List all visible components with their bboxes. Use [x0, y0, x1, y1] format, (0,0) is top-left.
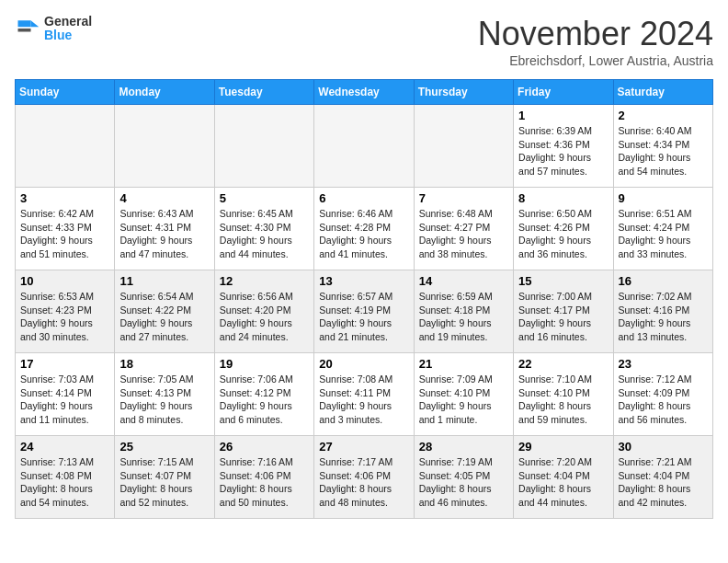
calendar-cell: 23Sunrise: 7:12 AMSunset: 4:09 PMDayligh…	[613, 353, 712, 436]
day-info: Sunrise: 6:56 AMSunset: 4:20 PMDaylight:…	[220, 290, 309, 344]
day-info: Sunrise: 7:20 AMSunset: 4:04 PMDaylight:…	[518, 455, 608, 510]
calendar-cell: 28Sunrise: 7:19 AMSunset: 4:05 PMDayligh…	[414, 436, 513, 519]
day-info: Sunrise: 6:45 AMSunset: 4:30 PMDaylight:…	[220, 207, 309, 261]
day-number: 30	[619, 440, 708, 454]
calendar-cell: 5Sunrise: 6:45 AMSunset: 4:30 PMDaylight…	[214, 188, 313, 270]
weekday-header: Saturday	[613, 80, 712, 105]
day-number: 21	[419, 357, 508, 371]
calendar-cell	[414, 105, 513, 188]
weekday-header: Wednesday	[314, 80, 414, 105]
day-number: 10	[20, 274, 109, 288]
day-number: 14	[419, 274, 508, 288]
calendar-cell: 24Sunrise: 7:13 AMSunset: 4:08 PMDayligh…	[16, 436, 115, 519]
calendar-cell: 3Sunrise: 6:42 AMSunset: 4:33 PMDaylight…	[16, 188, 115, 270]
calendar-cell: 26Sunrise: 7:16 AMSunset: 4:06 PMDayligh…	[214, 436, 313, 519]
calendar-cell: 12Sunrise: 6:56 AMSunset: 4:20 PMDayligh…	[214, 270, 313, 353]
title-block: November 2024 Ebreichsdorf, Lower Austri…	[478, 15, 713, 68]
day-number: 27	[319, 440, 408, 454]
week-row: 3Sunrise: 6:42 AMSunset: 4:33 PMDaylight…	[16, 188, 713, 270]
month-title: November 2024	[478, 15, 713, 53]
week-row: 1Sunrise: 6:39 AMSunset: 4:36 PMDaylight…	[16, 105, 713, 188]
day-info: Sunrise: 7:05 AMSunset: 4:13 PMDaylight:…	[119, 373, 209, 427]
day-number: 17	[20, 357, 109, 371]
day-info: Sunrise: 7:21 AMSunset: 4:04 PMDaylight:…	[619, 455, 708, 510]
logo-line2: Blue	[44, 29, 92, 42]
calendar-cell: 4Sunrise: 6:43 AMSunset: 4:31 PMDaylight…	[115, 188, 214, 270]
logo-line1: General	[44, 15, 92, 29]
day-info: Sunrise: 6:48 AMSunset: 4:27 PMDaylight:…	[419, 207, 508, 261]
calendar-cell: 25Sunrise: 7:15 AMSunset: 4:07 PMDayligh…	[115, 436, 214, 519]
calendar-cell: 8Sunrise: 6:50 AMSunset: 4:26 PMDaylight…	[514, 188, 613, 270]
calendar-cell: 30Sunrise: 7:21 AMSunset: 4:04 PMDayligh…	[613, 436, 712, 519]
day-number: 4	[119, 191, 209, 205]
day-info: Sunrise: 6:57 AMSunset: 4:19 PMDaylight:…	[319, 290, 408, 344]
day-info: Sunrise: 7:00 AMSunset: 4:17 PMDaylight:…	[518, 290, 608, 344]
day-info: Sunrise: 6:54 AMSunset: 4:22 PMDaylight:…	[119, 290, 209, 344]
page-header: General Blue November 2024 Ebreichsdorf,…	[15, 15, 713, 68]
calendar-cell	[314, 105, 414, 188]
day-info: Sunrise: 7:09 AMSunset: 4:10 PMDaylight:…	[419, 373, 508, 427]
week-row: 24Sunrise: 7:13 AMSunset: 4:08 PMDayligh…	[16, 436, 713, 519]
day-info: Sunrise: 6:46 AMSunset: 4:28 PMDaylight:…	[319, 207, 408, 261]
logo-icon	[15, 16, 40, 41]
calendar-cell: 19Sunrise: 7:06 AMSunset: 4:12 PMDayligh…	[214, 353, 313, 436]
calendar-cell: 14Sunrise: 6:59 AMSunset: 4:18 PMDayligh…	[414, 270, 513, 353]
calendar-cell	[16, 105, 115, 188]
day-number: 29	[518, 440, 608, 454]
calendar-cell: 10Sunrise: 6:53 AMSunset: 4:23 PMDayligh…	[16, 270, 115, 353]
day-info: Sunrise: 7:03 AMSunset: 4:14 PMDaylight:…	[20, 373, 109, 427]
day-number: 12	[220, 274, 309, 288]
day-number: 13	[319, 274, 408, 288]
calendar-cell: 18Sunrise: 7:05 AMSunset: 4:13 PMDayligh…	[115, 353, 214, 436]
day-number: 24	[20, 440, 109, 454]
calendar-cell: 20Sunrise: 7:08 AMSunset: 4:11 PMDayligh…	[314, 353, 414, 436]
svg-rect-3	[18, 29, 31, 32]
day-number: 18	[119, 357, 209, 371]
day-number: 23	[619, 357, 708, 371]
day-number: 3	[20, 191, 109, 205]
calendar-cell: 7Sunrise: 6:48 AMSunset: 4:27 PMDaylight…	[414, 188, 513, 270]
day-info: Sunrise: 7:12 AMSunset: 4:09 PMDaylight:…	[619, 373, 708, 427]
day-number: 7	[419, 191, 508, 205]
day-number: 22	[518, 357, 608, 371]
day-number: 1	[518, 109, 608, 122]
weekday-header: Monday	[115, 80, 214, 105]
day-number: 5	[220, 191, 309, 205]
day-info: Sunrise: 7:19 AMSunset: 4:05 PMDaylight:…	[419, 455, 508, 510]
day-info: Sunrise: 7:13 AMSunset: 4:08 PMDaylight:…	[20, 455, 109, 510]
calendar-cell: 13Sunrise: 6:57 AMSunset: 4:19 PMDayligh…	[314, 270, 414, 353]
calendar-cell: 16Sunrise: 7:02 AMSunset: 4:16 PMDayligh…	[613, 270, 712, 353]
day-info: Sunrise: 6:50 AMSunset: 4:26 PMDaylight:…	[518, 207, 608, 261]
calendar-cell: 22Sunrise: 7:10 AMSunset: 4:10 PMDayligh…	[514, 353, 613, 436]
day-info: Sunrise: 6:51 AMSunset: 4:24 PMDaylight:…	[619, 207, 708, 261]
day-info: Sunrise: 6:39 AMSunset: 4:36 PMDaylight:…	[518, 124, 608, 178]
calendar-cell: 21Sunrise: 7:09 AMSunset: 4:10 PMDayligh…	[414, 353, 513, 436]
day-number: 26	[220, 440, 309, 454]
calendar-cell: 27Sunrise: 7:17 AMSunset: 4:06 PMDayligh…	[314, 436, 414, 519]
day-info: Sunrise: 6:43 AMSunset: 4:31 PMDaylight:…	[119, 207, 209, 261]
calendar-cell: 9Sunrise: 6:51 AMSunset: 4:24 PMDaylight…	[613, 188, 712, 270]
day-info: Sunrise: 7:17 AMSunset: 4:06 PMDaylight:…	[319, 455, 408, 510]
day-number: 9	[619, 191, 708, 205]
day-number: 28	[419, 440, 508, 454]
day-info: Sunrise: 7:10 AMSunset: 4:10 PMDaylight:…	[518, 373, 608, 427]
day-number: 8	[518, 191, 608, 205]
logo-text: General Blue	[44, 15, 92, 43]
calendar-cell: 15Sunrise: 7:00 AMSunset: 4:17 PMDayligh…	[514, 270, 613, 353]
weekday-header: Thursday	[414, 80, 513, 105]
calendar-table: SundayMondayTuesdayWednesdayThursdayFrid…	[15, 79, 713, 519]
day-number: 6	[319, 191, 408, 205]
weekday-header: Sunday	[16, 80, 115, 105]
day-number: 15	[518, 274, 608, 288]
day-info: Sunrise: 6:42 AMSunset: 4:33 PMDaylight:…	[20, 207, 109, 261]
day-number: 19	[220, 357, 309, 371]
week-row: 10Sunrise: 6:53 AMSunset: 4:23 PMDayligh…	[16, 270, 713, 353]
weekday-header: Friday	[514, 80, 613, 105]
weekday-header-row: SundayMondayTuesdayWednesdayThursdayFrid…	[16, 80, 713, 105]
calendar-cell: 17Sunrise: 7:03 AMSunset: 4:14 PMDayligh…	[16, 353, 115, 436]
calendar-cell	[115, 105, 214, 188]
location-subtitle: Ebreichsdorf, Lower Austria, Austria	[478, 53, 713, 68]
day-info: Sunrise: 7:06 AMSunset: 4:12 PMDaylight:…	[220, 373, 309, 427]
calendar-cell: 11Sunrise: 6:54 AMSunset: 4:22 PMDayligh…	[115, 270, 214, 353]
day-number: 25	[119, 440, 209, 454]
